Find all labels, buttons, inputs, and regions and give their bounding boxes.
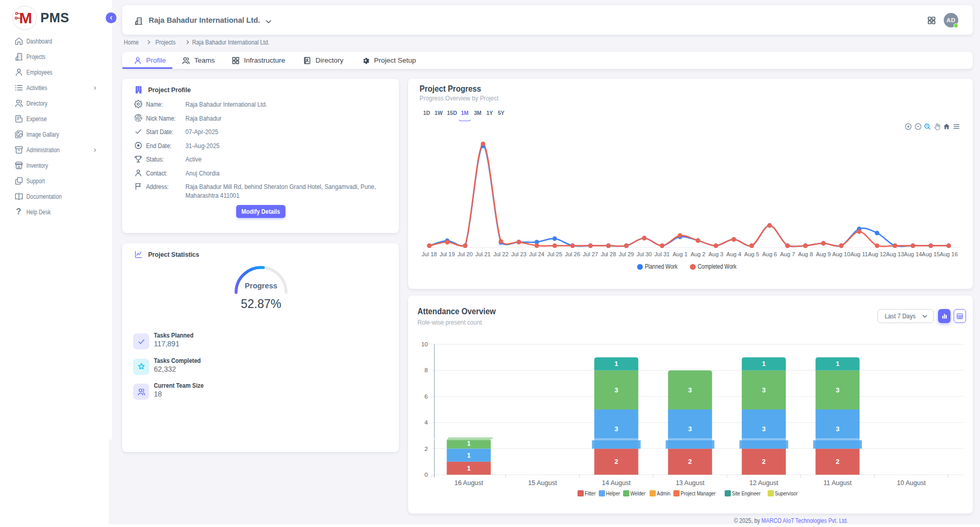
svg-text:Jul 27: Jul 27 [583, 251, 598, 257]
svg-text:16 August: 16 August [454, 479, 483, 487]
svg-text:Jul 19: Jul 19 [440, 251, 455, 257]
svg-text:4: 4 [425, 419, 428, 426]
svg-text:Aug 14: Aug 14 [904, 251, 922, 257]
svg-text:Aug 7: Aug 7 [780, 251, 795, 257]
svg-text:3: 3 [762, 425, 766, 433]
svg-text:Jul 24: Jul 24 [529, 251, 544, 257]
svg-text:Jul 31: Jul 31 [655, 251, 670, 257]
svg-text:1: 1 [614, 360, 618, 368]
svg-text:1: 1 [835, 360, 839, 368]
svg-text:14 August: 14 August [602, 479, 631, 487]
svg-text:10 August: 10 August [897, 479, 926, 487]
svg-text:2: 2 [614, 458, 618, 465]
svg-text:Jul 18: Jul 18 [422, 251, 437, 257]
svg-text:13 August: 13 August [675, 479, 704, 487]
svg-text:Jul 29: Jul 29 [619, 251, 634, 257]
svg-text:3: 3 [835, 386, 839, 394]
svg-text:1: 1 [467, 464, 470, 472]
svg-text:M: M [19, 9, 32, 26]
svg-text:Aug 6: Aug 6 [762, 251, 777, 257]
svg-text:2: 2 [425, 446, 428, 452]
svg-text:3: 3 [614, 425, 618, 433]
svg-text:2: 2 [762, 458, 766, 465]
svg-text:Aug 2: Aug 2 [690, 251, 705, 257]
svg-text:Aug 13: Aug 13 [886, 251, 904, 257]
svg-text:1: 1 [467, 451, 470, 459]
svg-text:Jul 21: Jul 21 [475, 251, 491, 257]
svg-text:1: 1 [467, 440, 470, 447]
svg-text:Aug 8: Aug 8 [798, 251, 813, 257]
svg-text:3: 3 [762, 386, 766, 394]
svg-text:Aug 15: Aug 15 [922, 251, 940, 257]
svg-text:3: 3 [688, 386, 692, 394]
svg-text:Progress: Progress [245, 282, 278, 290]
svg-text:2: 2 [835, 458, 839, 465]
svg-text:11 August: 11 August [824, 479, 852, 487]
svg-text:3: 3 [835, 425, 839, 433]
svg-text:Aug 16: Aug 16 [940, 251, 958, 257]
svg-text:Jul 25: Jul 25 [547, 251, 562, 257]
svg-text:Jul 26: Jul 26 [565, 251, 580, 257]
svg-text:1: 1 [762, 360, 766, 368]
svg-text:Aug 5: Aug 5 [744, 251, 759, 257]
svg-text:3: 3 [614, 386, 618, 394]
svg-text:Jul 20: Jul 20 [457, 251, 472, 257]
svg-text:Jul 28: Jul 28 [601, 251, 616, 257]
svg-text:6: 6 [425, 393, 428, 400]
svg-text:8: 8 [425, 367, 428, 373]
svg-text:Jul 30: Jul 30 [637, 251, 652, 257]
svg-text:52.87%: 52.87% [241, 297, 281, 311]
svg-text:Aug 3: Aug 3 [709, 251, 724, 257]
svg-text:Aug 11: Aug 11 [851, 251, 868, 257]
svg-text:12 August: 12 August [750, 479, 779, 487]
svg-text:15 August: 15 August [528, 479, 557, 487]
svg-text:2: 2 [688, 458, 692, 465]
svg-text:0: 0 [425, 472, 428, 478]
svg-text:10: 10 [421, 341, 428, 347]
svg-text:Aug 12: Aug 12 [868, 251, 886, 257]
svg-text:Jul 22: Jul 22 [493, 251, 508, 257]
svg-text:3: 3 [688, 425, 692, 433]
svg-text:Jul 23: Jul 23 [511, 251, 526, 257]
svg-text:Aug 9: Aug 9 [816, 251, 831, 257]
svg-text:Aug 4: Aug 4 [726, 251, 741, 257]
svg-text:Aug 10: Aug 10 [832, 251, 851, 257]
svg-text:Aug 1: Aug 1 [673, 251, 688, 257]
